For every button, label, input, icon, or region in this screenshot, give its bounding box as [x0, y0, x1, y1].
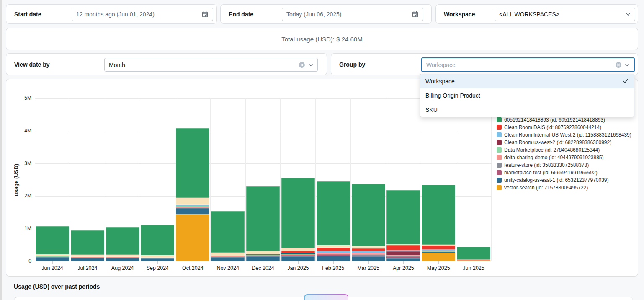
bar-segment — [176, 198, 209, 205]
v-gridline — [175, 98, 175, 261]
calendar-icon[interactable] — [412, 11, 419, 18]
legend-item[interactable]: unity-catalog-us-east-1 (id: 65321237797… — [497, 176, 631, 184]
bar-segment — [141, 255, 174, 257]
bar-segment — [36, 257, 69, 257]
x-tick-label: Apr 2025 — [386, 265, 421, 271]
legend-item[interactable]: vector-search (id: 715783009495722) — [497, 184, 631, 191]
start-date-input[interactable]: 12 months ago (Jun 01, 2024) — [72, 8, 213, 21]
end-date-input[interactable]: Today (Jun 06, 2025) — [282, 8, 423, 21]
chevron-down-icon — [626, 13, 631, 16]
menu-item[interactable]: Workspace — [420, 74, 634, 88]
bar-segment — [36, 226, 69, 254]
x-tick-label: May 2025 — [421, 265, 456, 271]
legend-label: delta-sharing-demo (id: 4944979091923885… — [504, 155, 604, 160]
bar-segment — [176, 214, 209, 261]
legend-label: Clean Room Internal US West 2 (id: 11588… — [504, 132, 631, 138]
total-usage-text: Total usage (USD): $ 24.60M — [281, 36, 362, 43]
y-axis-title: usage (USD) — [13, 163, 19, 197]
clear-icon[interactable] — [299, 62, 305, 68]
calendar-icon[interactable] — [202, 11, 209, 18]
chart-legend: 6051921418418893 (id: 6051921418418893)C… — [497, 116, 631, 191]
bar-segment — [281, 254, 315, 255]
bar-segment — [386, 256, 420, 256]
legend-item[interactable]: delta-sharing-demo (id: 4944979091923885… — [497, 154, 631, 161]
legend-item[interactable]: Clean Room us-west-2 (id: 68228983863009… — [497, 139, 631, 146]
bar-segment — [176, 205, 209, 205]
legend-item[interactable]: marketplace-test (id: 6565941991966692) — [497, 169, 631, 176]
legend-swatch — [497, 125, 502, 130]
v-gridline — [35, 98, 35, 261]
bar-segment — [317, 248, 350, 251]
bar-segment — [141, 258, 174, 258]
legend-item[interactable]: feature-store (id: 3583333072588378) — [497, 161, 631, 169]
menu-item[interactable]: Billing Origin Product — [420, 88, 634, 103]
legend-swatch — [497, 147, 502, 153]
x-tick-mark — [157, 261, 158, 264]
v-gridline — [70, 98, 70, 261]
x-tick-mark — [403, 261, 404, 264]
legend-item[interactable]: Data Marketplace (id: 2784048680125344) — [497, 146, 631, 154]
legend-swatch — [497, 185, 502, 190]
bar-segment — [352, 251, 385, 253]
bar-segment — [71, 230, 104, 255]
workspace-select[interactable]: <ALL WORKSPACES> — [495, 8, 635, 21]
bar-segment — [317, 253, 350, 254]
bar-segment — [281, 253, 315, 254]
legend-label: Clean Room us-west-2 (id: 68228983863009… — [504, 140, 611, 145]
bar-segment — [246, 256, 280, 257]
bar-segment — [422, 246, 455, 249]
bar-segment — [71, 255, 104, 257]
assistant-suggestion-chip[interactable] — [304, 294, 348, 300]
bar-segment — [317, 255, 350, 256]
bar-segment — [106, 257, 139, 257]
bar-segment — [211, 256, 245, 256]
bar-segment — [176, 206, 209, 206]
v-gridline — [386, 98, 386, 261]
y-tick-label: 1M — [10, 225, 31, 231]
bar-segment — [176, 205, 209, 206]
bar-segment — [141, 258, 174, 258]
menu-item[interactable]: SKU — [420, 103, 634, 117]
legend-label: vector-search (id: 715783009495722) — [504, 185, 588, 191]
legend-swatch — [497, 132, 502, 137]
workspace-select-value: <ALL WORKSPACES> — [499, 11, 559, 18]
menu-item-label: Billing Origin Product — [425, 92, 480, 99]
left-edge-strip — [0, 0, 2, 300]
bar-segment — [176, 208, 209, 208]
x-tick-label: Jun 2025 — [456, 265, 491, 271]
legend-item[interactable]: Clean Room Internal US West 2 (id: 11588… — [497, 131, 631, 139]
bar-segment — [246, 254, 280, 255]
workspace-label: Workspace — [444, 11, 475, 18]
group-by-select[interactable]: Workspace — [421, 57, 635, 72]
x-tick-mark — [228, 261, 228, 264]
bar-segment — [422, 249, 455, 251]
x-tick-mark — [298, 261, 299, 264]
end-date-label: End date — [229, 11, 253, 18]
legend-label: Clean Room DAIS (id: 8076927860044214) — [504, 124, 601, 130]
bar-segment — [422, 251, 455, 252]
bar-segment — [422, 252, 455, 253]
h-gridline — [35, 163, 491, 164]
x-tick-label: Mar 2025 — [351, 265, 386, 271]
bar-segment — [422, 251, 455, 251]
bar-segment — [106, 255, 139, 257]
x-tick-label: Jun 2024 — [35, 265, 70, 271]
x-tick-mark — [438, 261, 439, 264]
bar-segment — [317, 251, 350, 253]
bar-segment — [141, 225, 174, 255]
bar-segment — [281, 256, 315, 256]
legend-swatch — [497, 155, 502, 160]
v-gridline — [245, 98, 246, 261]
bar-segment — [352, 256, 385, 256]
view-date-by-select[interactable]: Month — [104, 58, 318, 72]
legend-item[interactable]: Clean Room DAIS (id: 8076927860044214) — [497, 124, 631, 131]
v-gridline — [491, 98, 492, 261]
bar-segment — [281, 248, 315, 251]
x-tick-label: Dec 2024 — [245, 265, 281, 271]
bar-segment — [422, 245, 455, 246]
bar-segment — [246, 255, 280, 255]
bar-segment — [317, 181, 350, 245]
clear-icon[interactable] — [616, 62, 621, 68]
group-by-placeholder: Workspace — [426, 62, 456, 68]
x-tick-label: Sep 2024 — [140, 265, 175, 271]
